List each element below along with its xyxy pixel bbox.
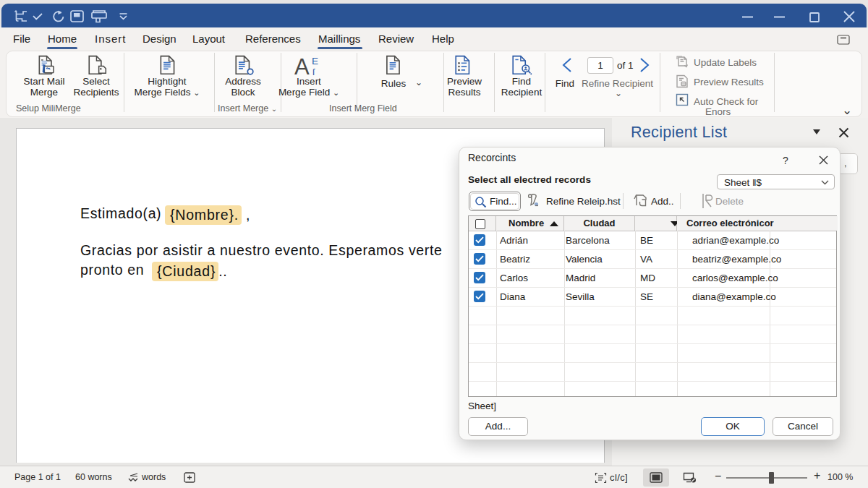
svg-text:A: A bbox=[294, 56, 310, 77]
svg-text:E: E bbox=[312, 56, 318, 67]
